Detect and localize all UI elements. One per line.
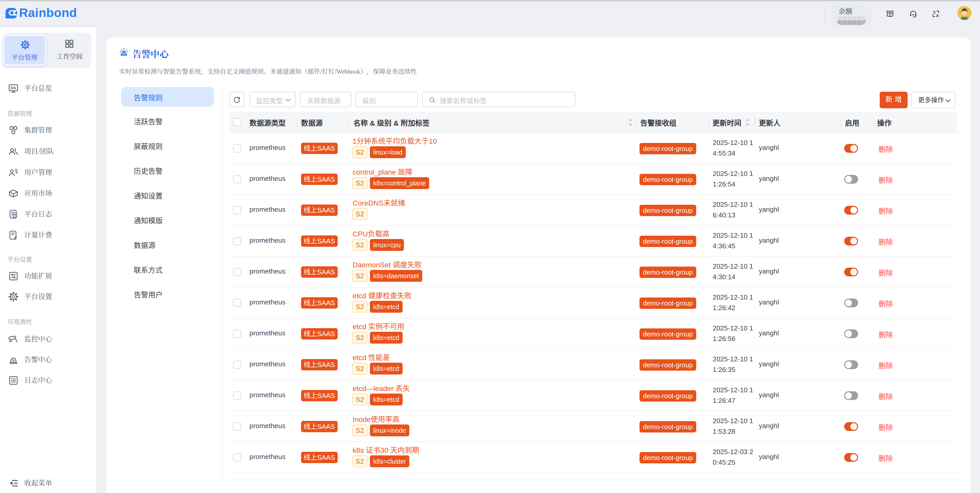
svg-text:¥: ¥ — [14, 235, 17, 240]
svg-text:A: A — [936, 13, 939, 18]
